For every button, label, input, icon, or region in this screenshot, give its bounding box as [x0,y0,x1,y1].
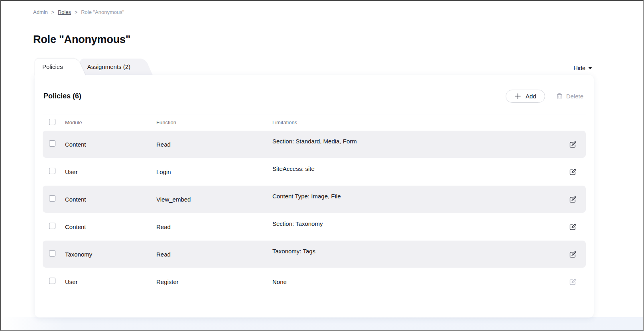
cell-function: Read [156,141,272,148]
edit-policy-button[interactable] [566,192,579,206]
caret-down-icon [588,67,592,69]
tab-bar: Policies Assignments (2) [35,59,141,76]
policies-table: Content Read Section: Standard, Media, F… [43,131,586,295]
row-checkbox[interactable] [49,223,55,229]
edit-icon [569,223,577,231]
cell-limitations: Content Type: Image, File [272,193,566,200]
edit-policy-button[interactable] [566,275,579,288]
cell-function: Read [156,223,272,230]
cell-limitations: Taxonomy: Tags [272,248,566,255]
policies-panel: Policies (6) Add Delete Module [35,75,594,317]
cell-module: User [65,168,156,175]
cell-limitations: Section: Taxonomy [272,220,566,227]
cell-limitations: SiteAccess: site [272,165,566,172]
edit-policy-button[interactable] [566,220,579,233]
table-row: User Login SiteAccess: site [43,158,586,185]
edit-policy-button[interactable] [566,137,579,151]
cell-limitations: Section: Standard, Media, Form [272,138,566,145]
table-row: Content Read Section: Standard, Media, F… [43,131,586,158]
edit-policy-button[interactable] [566,165,579,178]
select-all-checkbox[interactable] [49,119,55,125]
column-header-module: Module [65,119,156,125]
edit-icon [569,196,577,203]
table-row: Content View_embed Content Type: Image, … [43,186,586,213]
screen: { "breadcrumb": { "separator": ">", "ite… [0,0,644,331]
tab-assignments-label: Assignments (2) [87,63,130,70]
delete-button-label: Delete [566,93,583,100]
edit-policy-button[interactable] [566,247,579,261]
edit-icon [569,168,577,176]
page-title: Role "Anonymous" [33,33,130,46]
panel-title: Policies (6) [43,92,81,100]
edit-icon [569,141,577,148]
cell-function: Register [156,278,272,285]
plus-icon [514,93,521,100]
cell-module: User [65,278,156,285]
table-row: Content Read Section: Taxonomy [43,213,586,240]
tab-policies-label: Policies [42,63,63,70]
cell-module: Content [65,141,156,148]
cell-function: Login [156,168,272,175]
breadcrumb-separator: > [51,10,54,15]
panel-header: Policies (6) Add Delete [43,75,586,114]
column-header-limitations: Limitations [272,119,566,125]
cell-module: Content [65,196,156,203]
row-checkbox[interactable] [49,250,55,257]
trash-icon [556,93,563,100]
cell-function: View_embed [156,196,272,203]
add-button-label: Add [526,93,536,100]
table-row: Taxonomy Read Taxonomy: Tags [43,241,586,268]
row-checkbox[interactable] [49,140,55,147]
hide-toggle-label: Hide [573,65,585,71]
tab-assignments[interactable]: Assignments (2) [80,59,141,76]
edit-icon [569,278,577,286]
breadcrumb-item-admin[interactable]: Admin [33,9,48,15]
table-header: Module Function Limitations [43,114,586,131]
row-checkbox[interactable] [49,278,55,284]
tab-policies[interactable]: Policies [35,59,73,76]
breadcrumb-item-current: Role "Anonymous" [81,9,124,15]
cell-module: Taxonomy [65,251,156,258]
cell-limitations: None [272,278,566,285]
add-button[interactable]: Add [506,90,545,103]
delete-button[interactable]: Delete [556,93,583,100]
edit-icon [569,251,577,258]
table-row: User Register None [43,268,586,295]
breadcrumb-item-roles[interactable]: Roles [58,9,71,15]
breadcrumb-separator: > [75,10,77,15]
row-checkbox[interactable] [49,195,55,202]
cell-module: Content [65,223,156,230]
breadcrumb: Admin > Roles > Role "Anonymous" [33,9,124,15]
hide-toggle[interactable]: Hide [573,65,592,71]
panel-actions: Add Delete [506,90,583,103]
cell-function: Read [156,251,272,258]
column-header-function: Function [156,119,272,125]
bottom-strip [1,317,643,330]
row-checkbox[interactable] [49,168,55,174]
